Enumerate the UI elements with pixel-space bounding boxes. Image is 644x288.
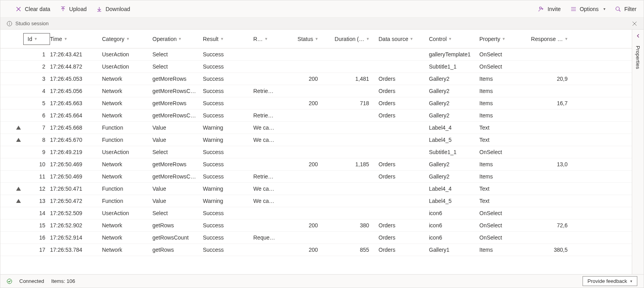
cell-operation: getMoreRowsC…: [152, 112, 203, 119]
invite-button[interactable]: Invite: [538, 6, 560, 12]
table-row[interactable]: 117:26:43.421UserActionSelectSuccessgall…: [0, 48, 632, 61]
table-row[interactable]: 1017:26:50.469NetworkgetMoreRowsSuccess2…: [0, 158, 632, 171]
upload-button[interactable]: Upload: [60, 6, 87, 12]
cell-operation: Select: [152, 210, 203, 216]
table-row[interactable]: 917:26:49.219UserActionSelectSuccessSubt…: [0, 146, 632, 158]
cell-category: UserAction: [102, 63, 152, 70]
warning-cell: [14, 199, 23, 203]
cell-r: We ca…: [253, 198, 284, 204]
filter-button[interactable]: Filter: [615, 6, 637, 12]
cell-control: Subtitle1_1: [429, 63, 479, 70]
cell-control: icon6: [429, 222, 479, 229]
column-property[interactable]: Property ▾: [479, 36, 530, 42]
cell-time: 17:26:43.421: [50, 51, 102, 58]
cell-r: We ca…: [253, 124, 284, 131]
cell-property: Items: [479, 100, 530, 106]
cell-operation: getRows: [152, 247, 203, 253]
app-root: Clear data Upload Download Invite Optio: [0, 0, 644, 288]
cell-result: Warning: [203, 137, 253, 143]
cell-id: 11: [23, 173, 50, 180]
cell-result: Success: [203, 161, 253, 167]
table-row[interactable]: 1417:26:52.509UserActionSelectSuccessico…: [0, 207, 632, 219]
cell-control: Label4_4: [429, 186, 479, 192]
cell-status: 200: [284, 100, 327, 106]
cell-operation: Select: [152, 51, 203, 58]
cell-id: 14: [23, 210, 50, 216]
options-label: Options: [580, 6, 599, 12]
cell-status: 200: [284, 161, 327, 167]
cell-result: Success: [203, 112, 253, 119]
provide-feedback-label: Provide feedback: [588, 278, 627, 284]
column-time[interactable]: Time ▾: [50, 36, 102, 42]
column-result-label: Result: [203, 36, 219, 42]
table-row[interactable]: 1117:26:50.469NetworkgetMoreRowsC…Succes…: [0, 171, 632, 183]
column-control[interactable]: Control ▾: [429, 36, 479, 42]
chevron-down-icon: ▾: [65, 36, 67, 41]
cell-control: galleryTemplate1: [429, 51, 479, 58]
svg-point-0: [540, 7, 542, 9]
table-row[interactable]: 1317:26:50.472FunctionValueWarningWe ca……: [0, 195, 632, 207]
cell-id: 2: [23, 63, 50, 70]
cell-property: Text: [479, 137, 530, 143]
table-row[interactable]: 417:26:45.056NetworkgetMoreRowsC…Success…: [0, 85, 632, 97]
cell-time: 17:26:45.663: [50, 100, 102, 106]
clear-data-button[interactable]: Clear data: [15, 6, 50, 12]
cell-result: Success: [203, 234, 253, 241]
table-row[interactable]: 1617:26:52.914NetworkgetRowsCountSuccess…: [0, 232, 632, 244]
cell-category: Network: [102, 161, 152, 167]
cell-operation: getRowsCount: [152, 234, 203, 241]
column-status-label: Status: [297, 36, 313, 42]
table-row[interactable]: 1217:26:50.471FunctionValueWarningWe ca……: [0, 183, 632, 195]
table-row[interactable]: 1717:26:53.784NetworkgetRowsSuccess20085…: [0, 244, 632, 256]
column-id[interactable]: Id ▾: [23, 33, 50, 45]
cell-result: Success: [203, 76, 253, 82]
properties-rail[interactable]: Properties: [632, 30, 644, 274]
cell-operation: getMoreRows: [152, 161, 203, 167]
table-row[interactable]: 1517:26:52.902NetworkgetRowsSuccess20038…: [0, 219, 632, 232]
table-row[interactable]: 217:26:44.872UserActionSelectSuccessSubt…: [0, 61, 632, 73]
column-r[interactable]: R… ▾: [253, 36, 284, 42]
cell-category: Network: [102, 76, 152, 82]
cell-control: Gallery2: [429, 76, 479, 82]
list-icon: [570, 6, 577, 12]
cell-r: Reque…: [253, 234, 284, 241]
download-button[interactable]: Download: [96, 6, 130, 12]
cell-category: Function: [102, 198, 152, 204]
column-r-label: R…: [253, 36, 263, 42]
column-datasource[interactable]: Data source ▾: [379, 36, 429, 42]
cell-operation: Value: [152, 198, 203, 204]
column-response[interactable]: Response … ▾: [530, 36, 570, 42]
cell-control: Gallery2: [429, 112, 479, 119]
column-status[interactable]: Status ▾: [284, 36, 327, 42]
cell-category: UserAction: [102, 149, 152, 155]
cell-category: UserAction: [102, 51, 152, 58]
cell-id: 15: [23, 222, 50, 229]
close-session-icon[interactable]: [632, 21, 637, 26]
table-row[interactable]: 317:26:45.053NetworkgetMoreRowsSuccess20…: [0, 73, 632, 85]
cell-time: 17:26:45.668: [50, 124, 102, 131]
column-result[interactable]: Result ▾: [203, 36, 253, 42]
cell-category: Network: [102, 247, 152, 253]
table-row[interactable]: 517:26:45.663NetworkgetMoreRowsSuccess20…: [0, 97, 632, 110]
grid: Id ▾ Time ▾ Category ▾ Operation ▾ Resul…: [0, 30, 632, 274]
filter-label: Filter: [624, 6, 637, 12]
table-row[interactable]: 617:26:45.664NetworkgetMoreRowsC…Success…: [0, 110, 632, 122]
table-row[interactable]: 717:26:45.668FunctionValueWarningWe ca…L…: [0, 122, 632, 134]
svg-point-4: [7, 279, 12, 284]
cell-r: We ca…: [253, 137, 284, 143]
table-row[interactable]: 817:26:45.670FunctionValueWarningWe ca…L…: [0, 134, 632, 146]
cell-result: Success: [203, 210, 253, 216]
column-duration[interactable]: Duration (… ▾: [327, 36, 379, 42]
grid-body[interactable]: 117:26:43.421UserActionSelectSuccessgall…: [0, 48, 632, 274]
cell-duration: 855: [327, 247, 379, 253]
cell-status: 200: [284, 76, 327, 82]
column-operation[interactable]: Operation ▾: [152, 36, 203, 42]
chevron-down-icon: ▾: [265, 36, 267, 41]
column-category[interactable]: Category ▾: [102, 36, 152, 42]
cell-category: Network: [102, 112, 152, 119]
chevron-down-icon: ▾: [35, 36, 37, 41]
options-button[interactable]: Options ▾: [570, 6, 605, 12]
provide-feedback-button[interactable]: Provide feedback ▾: [583, 276, 637, 286]
chevron-left-icon[interactable]: [636, 33, 640, 39]
chevron-down-icon: ▾: [316, 36, 318, 41]
